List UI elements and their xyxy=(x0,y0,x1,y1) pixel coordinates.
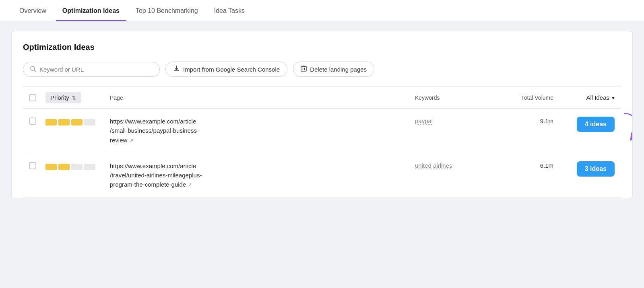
main-content: Optimization Ideas xyxy=(0,21,644,208)
svg-rect-2 xyxy=(301,67,306,71)
delete-landing-pages-button[interactable]: Delete landing pages xyxy=(293,62,374,77)
annotation-arrow xyxy=(620,109,633,142)
keyword-value: united airlines xyxy=(415,162,452,169)
total-volume-value: 9.1m xyxy=(540,117,553,124)
page-url-wrap: https://www.example.com/article/small-bu… xyxy=(110,117,409,145)
all-ideas-header[interactable]: All Ideas ▾ xyxy=(560,94,615,101)
data-table: Priority ⇅ Page Keywords Total Volume Al… xyxy=(23,86,621,198)
search-input-wrap[interactable] xyxy=(23,62,160,77)
page-column-header: Page xyxy=(110,95,409,101)
page-url: https://www.example.com/article/small-bu… xyxy=(110,117,409,145)
volume-column-header: Total Volume xyxy=(504,95,553,101)
top-navigation: Overview Optimization Ideas Top 10 Bench… xyxy=(0,0,644,21)
chevron-down-icon: ▾ xyxy=(612,95,615,101)
import-google-search-console-button[interactable]: Import from Google Search Console xyxy=(165,62,287,77)
search-input[interactable] xyxy=(39,66,153,73)
priority-dot-4 xyxy=(84,119,95,125)
tab-overview[interactable]: Overview xyxy=(13,0,53,21)
priority-label: Priority xyxy=(50,94,69,101)
row2-checkbox[interactable] xyxy=(29,162,36,169)
toolbar: Import from Google Search Console Delete… xyxy=(23,62,621,77)
row1-checkbox[interactable] xyxy=(29,117,36,125)
page-url-wrap: https://www.example.com/article/travel/u… xyxy=(110,161,409,189)
filter-icon: ⇅ xyxy=(72,95,76,101)
keywords-column-header: Keywords xyxy=(415,95,497,101)
table-row: https://www.example.com/article/travel/u… xyxy=(23,153,621,198)
priority-dot-4 xyxy=(84,164,95,170)
page-url: https://www.example.com/article/travel/u… xyxy=(110,161,409,189)
ideas-button-row2[interactable]: 3 ideas xyxy=(577,161,615,177)
import-icon xyxy=(173,65,180,73)
optimization-ideas-card: Optimization Ideas xyxy=(11,31,633,198)
delete-icon xyxy=(301,65,307,73)
priority-indicator xyxy=(45,119,103,125)
tab-top10-benchmarking[interactable]: Top 10 Benchmarking xyxy=(129,0,204,21)
total-volume-value: 6.1m xyxy=(540,162,553,169)
card-title: Optimization Ideas xyxy=(23,43,621,52)
priority-dot-3 xyxy=(71,119,83,125)
priority-column-header[interactable]: Priority ⇅ xyxy=(45,92,81,103)
ideas-button-row1[interactable]: 4 ideas xyxy=(577,117,615,132)
table-header: Priority ⇅ Page Keywords Total Volume Al… xyxy=(23,86,621,109)
keyword-value: paypal xyxy=(415,117,433,124)
priority-dot-2 xyxy=(58,164,70,170)
svg-line-1 xyxy=(34,70,36,72)
tab-idea-tasks[interactable]: Idea Tasks xyxy=(208,0,251,21)
all-ideas-label: All Ideas xyxy=(586,94,609,101)
select-all-checkbox[interactable] xyxy=(29,94,36,101)
priority-indicator xyxy=(45,164,103,170)
priority-dot-3 xyxy=(71,164,83,170)
tab-optimization-ideas[interactable]: Optimization Ideas xyxy=(56,0,126,21)
priority-dot-2 xyxy=(58,119,70,125)
search-icon xyxy=(30,66,36,73)
external-link-icon[interactable]: ↗ xyxy=(129,137,134,145)
delete-button-label: Delete landing pages xyxy=(310,66,367,73)
priority-dot-1 xyxy=(45,164,57,170)
priority-dot-1 xyxy=(45,119,57,125)
table-row: https://www.example.com/article/small-bu… xyxy=(23,109,621,153)
import-button-label: Import from Google Search Console xyxy=(183,66,280,73)
external-link-icon[interactable]: ↗ xyxy=(188,182,192,188)
